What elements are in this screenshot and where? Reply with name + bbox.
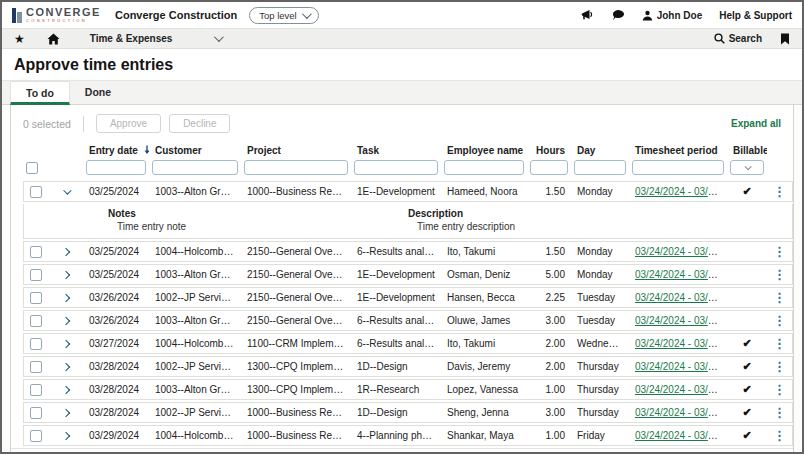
column-header-hours[interactable]: Hours — [527, 142, 571, 157]
row-checkbox[interactable] — [30, 246, 42, 258]
column-header-employee-name[interactable]: Employee name — [441, 142, 527, 157]
timesheet-period-link[interactable]: 03/24/2024 - 03/30/2024 — [635, 246, 727, 257]
bookmark-icon[interactable] — [780, 33, 790, 45]
cell-project: 2150--General Overhead — [241, 264, 351, 285]
row-checkbox[interactable] — [30, 407, 42, 419]
chat-icon[interactable] — [612, 9, 625, 21]
column-header-project[interactable]: Project — [241, 142, 351, 157]
row-expand-icon[interactable] — [62, 340, 70, 348]
timesheet-period-link[interactable]: 03/24/2024 - 03/30/2024 — [635, 315, 727, 326]
scope-selector[interactable]: Top level — [249, 7, 319, 24]
row-actions-kebab-icon[interactable]: ⋮ — [767, 241, 793, 262]
user-menu[interactable]: John Doe — [642, 10, 703, 21]
divider — [83, 116, 84, 132]
row-actions-kebab-icon[interactable]: ⋮ — [767, 310, 793, 331]
filter-input-task[interactable] — [354, 160, 438, 175]
row-checkbox[interactable] — [30, 292, 42, 304]
row-checkbox[interactable] — [30, 269, 42, 281]
home-icon[interactable] — [47, 33, 60, 45]
row-actions-kebab-icon[interactable]: ⋮ — [767, 356, 793, 377]
cell-hours: 1.00 — [527, 379, 571, 400]
cell-hours: 2.25 — [527, 287, 571, 308]
cell-customer: 1003--Alton Group — [149, 181, 241, 202]
cell-project: 1300--CPQ Implementation — [241, 356, 351, 377]
filter-input-timesheet-period[interactable] — [632, 160, 724, 175]
row-actions-kebab-icon[interactable]: ⋮ — [767, 333, 793, 354]
cell-employee-name: Sheng, Jenna — [441, 402, 527, 423]
favorites-star-icon[interactable]: ★ — [14, 33, 25, 45]
row-expand-icon[interactable] — [62, 294, 70, 302]
row-checkbox[interactable] — [30, 186, 42, 198]
row-actions-kebab-icon[interactable]: ⋮ — [767, 264, 793, 285]
cell-employee-name: Lopez, Vanessa — [441, 379, 527, 400]
filter-input-employee-name[interactable] — [444, 160, 524, 175]
cell-project: 1300--CPQ Implementation — [241, 379, 351, 400]
pagination-bar: Show 10 items First Previous Page of 8 N… — [11, 448, 793, 454]
timesheet-period-link[interactable]: 03/24/2024 - 03/30/2024 — [635, 338, 727, 349]
row-expand-icon[interactable] — [62, 248, 70, 256]
filter-input-entry-date[interactable] — [86, 160, 146, 175]
filter-input-day[interactable] — [574, 160, 626, 175]
timesheet-period-link[interactable]: 03/24/2024 - 03/30/2024 — [635, 361, 727, 372]
filter-select-billable[interactable] — [730, 160, 764, 175]
cell-task: 6--Results analysis — [351, 333, 441, 354]
row-checkbox[interactable] — [30, 384, 42, 396]
row-checkbox[interactable] — [30, 315, 42, 327]
column-header-entry-date[interactable]: Entry date — [83, 142, 149, 157]
filter-input-hours[interactable] — [530, 160, 568, 175]
tab-to-do[interactable]: To do — [10, 81, 70, 105]
row-checkbox[interactable] — [30, 338, 42, 350]
cell-hours: 3.00 — [527, 402, 571, 423]
cell-task: 1E--Development — [351, 181, 441, 202]
decline-button[interactable]: Decline — [169, 114, 230, 133]
search-button[interactable]: Search — [714, 33, 762, 44]
column-header-timesheet-period[interactable]: Timesheet period — [629, 142, 727, 157]
row-actions-kebab-icon[interactable]: ⋮ — [767, 425, 793, 446]
timesheet-period-link[interactable]: 03/24/2024 - 03/30/2024 — [635, 186, 727, 197]
help-support-link[interactable]: Help & Support — [719, 10, 792, 21]
column-header-day[interactable]: Day — [571, 142, 629, 157]
cell-day: Thursday — [571, 356, 629, 377]
column-header-customer[interactable]: Customer — [149, 142, 241, 157]
cell-project: 1100--CRM Implementation — [241, 333, 351, 354]
row-expand-icon[interactable] — [62, 409, 70, 417]
timesheet-period-link[interactable]: 03/24/2024 - 03/30/2024 — [635, 292, 727, 303]
row-checkbox[interactable] — [30, 361, 42, 373]
expand-all-link[interactable]: Expand all — [731, 118, 781, 129]
timesheet-period-link[interactable]: 03/24/2024 - 03/30/2024 — [635, 430, 727, 441]
notes-value: Time entry note — [108, 221, 408, 232]
filter-input-project[interactable] — [244, 160, 348, 175]
row-expand-icon[interactable] — [63, 186, 71, 194]
cell-entry-date: 03/29/2024 — [83, 425, 149, 446]
row-actions-kebab-icon[interactable]: ⋮ — [767, 181, 793, 202]
row-expand-icon[interactable] — [62, 363, 70, 371]
row-expand-icon[interactable] — [62, 271, 70, 279]
select-all-checkbox[interactable] — [26, 162, 38, 174]
cell-customer: 1004--Holcombe Ltd — [149, 425, 241, 446]
cell-day: Wednesday — [571, 333, 629, 354]
row-actions-kebab-icon[interactable]: ⋮ — [767, 379, 793, 400]
cell-employee-name: Osman, Deniz — [441, 264, 527, 285]
cell-hours: 1.50 — [527, 181, 571, 202]
timesheet-period-link[interactable]: 03/24/2024 - 03/30/2024 — [635, 384, 727, 395]
cell-hours: 1.50 — [527, 241, 571, 262]
row-actions-kebab-icon[interactable]: ⋮ — [767, 402, 793, 423]
chevron-down-icon — [744, 163, 751, 170]
billable-check-icon: ✔ — [742, 383, 751, 395]
column-header-task[interactable]: Task — [351, 142, 441, 157]
timesheet-period-link[interactable]: 03/24/2024 - 03/30/2024 — [635, 269, 727, 280]
table-row: 03/27/2024 1004--Holcombe Ltd 1100--CRM … — [23, 333, 793, 354]
nav-menu-time-expenses[interactable]: Time & Expenses — [90, 33, 222, 44]
column-header-billable[interactable]: Billable — [727, 142, 767, 157]
row-expand-icon[interactable] — [62, 386, 70, 394]
row-expand-icon[interactable] — [62, 317, 70, 325]
row-expand-icon[interactable] — [62, 432, 70, 440]
row-checkbox[interactable] — [30, 430, 42, 442]
tab-done[interactable]: Done — [70, 81, 126, 104]
cell-employee-name: Ito, Takumi — [441, 241, 527, 262]
filter-input-customer[interactable] — [152, 160, 238, 175]
row-actions-kebab-icon[interactable]: ⋮ — [767, 287, 793, 308]
announcements-icon[interactable] — [581, 9, 595, 21]
approve-button[interactable]: Approve — [96, 114, 161, 133]
timesheet-period-link[interactable]: 03/24/2024 - 03/30/2024 — [635, 407, 727, 418]
